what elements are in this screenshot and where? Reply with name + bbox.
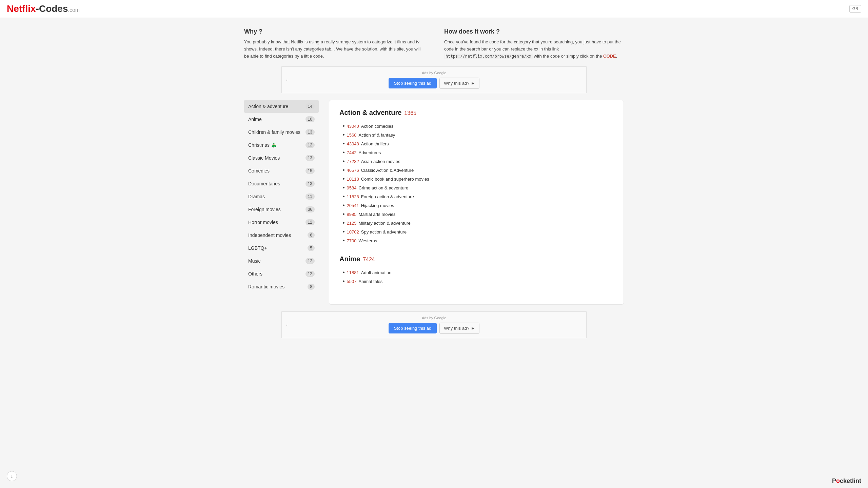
bottom-ad-label: Ads by Google [286,316,582,320]
item-label: Asian action movies [361,159,400,164]
list-item: 11828Foreign action & adventure [343,192,613,201]
item-code[interactable]: 11828 [347,194,359,199]
category-code-link[interactable]: 7424 [363,257,375,262]
top-stop-ad-button[interactable]: Stop seeing this ad [389,78,437,88]
item-code[interactable]: 1568 [347,133,357,138]
sidebar-item-dramas[interactable]: Dramas11 [244,190,319,203]
bottom-ad-back-arrow[interactable]: ← [285,322,291,328]
item-code[interactable]: 20541 [347,203,359,208]
sidebar-item-foreign-movies[interactable]: Foreign movies36 [244,203,319,216]
sidebar-item-children-family-movies[interactable]: Children & family movies13 [244,126,319,139]
list-item: 11881Adult animation [343,268,613,277]
gb-badge: GB [849,5,861,13]
item-label: Foreign action & adventure [361,194,414,199]
sidebar-item-label: Foreign movies [248,207,281,212]
list-item: 43040Action comedies [343,122,613,130]
category-section-action-adventure: Action & adventure136543040Action comedi… [339,109,613,245]
top-why-ad-button[interactable]: Why this ad? ► [439,78,479,89]
ad-back-arrow[interactable]: ← [285,77,291,83]
item-code[interactable]: 9584 [347,185,357,190]
sidebar-item-action-adventure[interactable]: Action & adventure14 [244,100,319,113]
item-code[interactable]: 43040 [347,124,359,129]
item-label: Action comedies [361,124,393,129]
sidebar-item-badge: 11 [305,194,315,200]
sidebar-item-label: Christmas 🎄 [248,142,277,148]
sidebar-item-badge: 14 [305,103,315,109]
sidebar-item-lgbtq-[interactable]: LGBTQ+5 [244,242,319,255]
netflix-url: https://netflix.com/browse/genre/xx [444,54,533,59]
list-item: 10118Comic book and superhero movies [343,175,613,183]
sidebar-item-anime[interactable]: Anime10 [244,113,319,126]
item-label: Hijacking movies [361,203,394,208]
top-ad-label: Ads by Google [286,71,582,75]
category-list: 43040Action comedies1568Action sf & fant… [339,122,613,245]
sidebar-item-label: Independent movies [248,232,291,238]
sidebar-item-horror-movies[interactable]: Horror movies12 [244,216,319,229]
main-content: Action & adventure14Anime10Children & fa… [231,100,637,305]
sidebar-item-badge: 12 [305,219,315,225]
sidebar-item-badge: 13 [305,181,315,187]
how-block: How does it work ? Once you've found the… [444,28,624,60]
sidebar-item-romantic-movies[interactable]: Romantic movies8 [244,280,319,293]
bottom-ad-buttons: Stop seeing this ad Why this ad? ► [286,323,582,334]
why-block: Why ? You probably know that Netflix is … [244,28,424,60]
item-code[interactable]: 10118 [347,177,359,182]
item-code[interactable]: 10702 [347,229,359,235]
list-item: 7442Adventures [343,148,613,157]
info-section: Why ? You probably know that Netflix is … [231,18,637,66]
item-code[interactable]: 5507 [347,279,357,284]
sidebar-item-badge: 15 [305,168,315,174]
why-body: You probably know that Netflix is using … [244,39,424,60]
item-code[interactable]: 46576 [347,168,359,173]
code-link[interactable]: CODE [603,54,616,59]
item-code[interactable]: 7700 [347,238,357,243]
category-code-link[interactable]: 1365 [404,110,416,116]
sidebar-item-documentaries[interactable]: Documentaries13 [244,177,319,190]
sidebar-item-label: LGBTQ+ [248,245,267,251]
sidebar-item-badge: 6 [308,232,315,238]
list-item: 46576Classic Action & Adventure [343,166,613,175]
bottom-stop-ad-button[interactable]: Stop seeing this ad [389,323,437,333]
sidebar-item-others[interactable]: Others12 [244,267,319,280]
list-item: 10702Spy action & adventure [343,227,613,236]
sidebar-item-label: Action & adventure [248,104,288,109]
logo: Netflix-Codes.com [7,3,80,14]
item-code[interactable]: 77232 [347,159,359,164]
sidebar-item-label: Others [248,271,262,277]
item-label: Military action & adventure [359,221,411,226]
bottom-ad-banner: Ads by Google ← Stop seeing this ad Why … [281,311,587,338]
sidebar-item-label: Anime [248,117,262,122]
sidebar-item-label: Classic Movies [248,155,280,161]
sidebar: Action & adventure14Anime10Children & fa… [244,100,319,305]
item-label: Animal tales [359,279,383,284]
logo-netflix: Netflix [7,3,36,14]
logo-codes: -Codes [36,3,68,14]
why-title: Why ? [244,28,424,35]
sidebar-item-music[interactable]: Music12 [244,255,319,267]
bottom-why-ad-button[interactable]: Why this ad? ► [439,323,479,334]
list-item: 1568Action sf & fantasy [343,130,613,139]
sidebar-item-label: Children & family movies [248,129,300,135]
category-title: Anime7424 [339,255,613,263]
sidebar-item-badge: 12 [305,258,315,264]
sidebar-item-badge: 36 [305,206,315,212]
content-area: Action & adventure136543040Action comedi… [329,100,624,305]
item-code[interactable]: 2125 [347,221,357,226]
sidebar-item-christmas-[interactable]: Christmas 🎄12 [244,139,319,151]
sidebar-item-badge: 13 [305,155,315,161]
sidebar-item-badge: 8 [308,284,315,290]
item-label: Spy action & adventure [361,229,407,235]
sidebar-item-label: Comedies [248,168,270,174]
item-code[interactable]: 8985 [347,212,357,217]
how-title: How does it work ? [444,28,624,35]
list-item: 43048Action thrillers [343,139,613,148]
sidebar-item-independent-movies[interactable]: Independent movies6 [244,229,319,242]
sidebar-item-label: Music [248,258,261,264]
item-code[interactable]: 11881 [347,270,359,275]
sidebar-item-comedies[interactable]: Comedies15 [244,164,319,177]
sidebar-item-classic-movies[interactable]: Classic Movies13 [244,151,319,164]
item-code[interactable]: 7442 [347,150,357,155]
category-section-anime: Anime742411881Adult animation5507Animal … [339,255,613,286]
item-code[interactable]: 43048 [347,141,359,146]
top-ad-banner: Ads by Google ← Stop seeing this ad Why … [281,66,587,93]
